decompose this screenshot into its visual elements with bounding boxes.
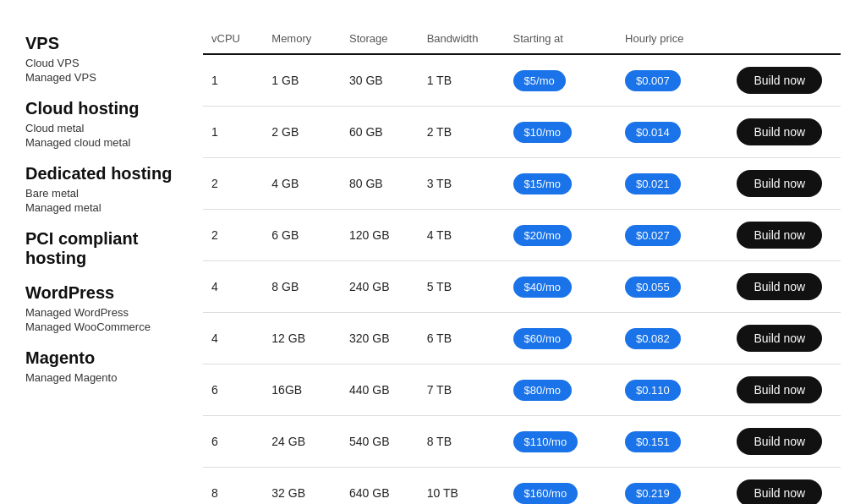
bandwidth-cell-cell: 3 TB [419,158,505,210]
table-row: 26 GB120 GB4 TB$20/mo$0.027Build now [203,210,841,261]
memory-cell-cell: 1 GB [263,54,341,107]
build-now-button[interactable]: Build now [737,325,822,352]
vcpu-cell-cell: 6 [203,364,263,416]
sidebar-link[interactable]: Managed WooCommerce [25,320,178,333]
build-now-button[interactable]: Build now [737,479,822,504]
sidebar-link[interactable]: Managed cloud metal [25,136,178,149]
starting-price-badge: $80/mo [513,380,572,401]
build-now-button-cell[interactable]: Build now [728,158,841,210]
vcpu-cell-cell: 2 [203,158,263,210]
storage-cell-cell: 240 GB [341,261,419,313]
sidebar-link[interactable]: Managed VPS [25,71,178,84]
table-row: 48 GB240 GB5 TB$40/mo$0.055Build now [203,261,841,313]
build-now-button[interactable]: Build now [737,170,822,197]
memory-cell-cell: 12 GB [263,313,341,364]
starting-price-badge-cell: $60/mo [505,313,617,364]
memory-cell-cell: 16GB [263,364,341,416]
main-content: vCPUMemoryStorageBandwidthStarting atHou… [195,17,866,504]
sidebar-heading: Cloud hosting [25,99,178,118]
build-now-button[interactable]: Build now [737,67,822,94]
build-now-button-cell[interactable]: Build now [728,468,841,505]
table-row: 412 GB320 GB6 TB$60/mo$0.082Build now [203,313,841,364]
table-header-cell: Bandwidth [419,25,505,54]
sidebar-section: PCI compliant hosting [25,229,178,268]
sidebar-section: Cloud hostingCloud metalManaged cloud me… [25,99,178,149]
bandwidth-cell-cell: 2 TB [419,107,505,158]
memory-cell-cell: 8 GB [263,261,341,313]
starting-price-badge: $5/mo [513,70,566,91]
vcpu-cell-cell: 4 [203,313,263,364]
vcpu-cell-cell: 2 [203,210,263,261]
memory-cell-cell: 24 GB [263,416,341,468]
sidebar-section: WordPressManaged WordPressManaged WooCom… [25,283,178,333]
hourly-price-badge: $0.151 [625,431,681,452]
build-now-button[interactable]: Build now [737,222,822,249]
sidebar-link[interactable]: Managed WordPress [25,306,178,319]
memory-cell-cell: 32 GB [263,468,341,505]
hourly-price-badge-cell: $0.027 [617,210,728,261]
build-now-button-cell[interactable]: Build now [728,261,841,313]
table-row: 24 GB80 GB3 TB$15/mo$0.021Build now [203,158,841,210]
storage-cell-cell: 60 GB [341,107,419,158]
table-header-cell: Memory [263,25,341,54]
build-now-button-cell[interactable]: Build now [728,364,841,416]
build-now-button-cell[interactable]: Build now [728,416,841,468]
vcpu-cell-cell: 1 [203,54,263,107]
table-row: 12 GB60 GB2 TB$10/mo$0.014Build now [203,107,841,158]
hourly-price-badge: $0.219 [625,483,681,504]
build-now-button-cell[interactable]: Build now [728,210,841,261]
table-header-cell: vCPU [203,25,263,54]
sidebar-link[interactable]: Cloud metal [25,122,178,134]
hourly-price-badge: $0.055 [625,277,681,298]
sidebar-heading: WordPress [25,283,178,303]
hourly-price-badge-cell: $0.055 [617,261,728,313]
build-now-button[interactable]: Build now [737,118,822,145]
build-now-button-cell[interactable]: Build now [728,54,841,107]
hourly-price-badge: $0.110 [625,380,681,401]
bandwidth-cell-cell: 4 TB [419,210,505,261]
hourly-price-badge-cell: $0.110 [617,364,728,416]
bandwidth-cell-cell: 7 TB [419,364,505,416]
table-row: 11 GB30 GB1 TB$5/mo$0.007Build now [203,54,841,107]
vcpu-cell-cell: 1 [203,107,263,158]
build-now-button-cell[interactable]: Build now [728,313,841,364]
starting-price-badge-cell: $5/mo [505,54,617,107]
storage-cell-cell: 30 GB [341,54,419,107]
build-now-button[interactable]: Build now [737,273,822,300]
vcpu-cell-cell: 4 [203,261,263,313]
sidebar-section: Dedicated hostingBare metalManaged metal [25,164,178,214]
storage-cell-cell: 640 GB [341,468,419,505]
hourly-price-badge: $0.027 [625,225,681,246]
sidebar-heading: PCI compliant hosting [25,229,178,268]
hourly-price-badge-cell: $0.219 [617,468,728,505]
sidebar-link[interactable]: Cloud VPS [25,57,178,69]
table-header-cell: Hourly price [617,25,728,54]
sidebar: VPSCloud VPSManaged VPSCloud hostingClou… [0,17,195,504]
hourly-price-badge: $0.014 [625,122,681,143]
build-now-button[interactable]: Build now [737,428,822,455]
storage-cell-cell: 120 GB [341,210,419,261]
starting-price-badge: $110/mo [513,431,578,452]
vcpu-cell-cell: 8 [203,468,263,505]
sidebar-link[interactable]: Managed Magento [25,371,178,384]
starting-price-badge: $60/mo [513,328,572,349]
bandwidth-cell-cell: 5 TB [419,261,505,313]
starting-price-badge-cell: $80/mo [505,364,617,416]
hourly-price-badge-cell: $0.151 [617,416,728,468]
sidebar-heading: VPS [25,34,178,53]
sidebar-link[interactable]: Managed metal [25,201,178,214]
table-header: vCPUMemoryStorageBandwidthStarting atHou… [203,25,841,54]
memory-cell-cell: 6 GB [263,210,341,261]
bandwidth-cell-cell: 8 TB [419,416,505,468]
storage-cell-cell: 80 GB [341,158,419,210]
sidebar-link[interactable]: Bare metal [25,187,178,200]
memory-cell-cell: 2 GB [263,107,341,158]
storage-cell-cell: 320 GB [341,313,419,364]
table-header-cell: Starting at [505,25,617,54]
build-now-button[interactable]: Build now [737,376,822,403]
sidebar-section: MagentoManaged Magento [25,348,178,384]
starting-price-badge: $20/mo [513,225,572,246]
starting-price-badge-cell: $160/mo [505,468,617,505]
vcpu-cell-cell: 6 [203,416,263,468]
build-now-button-cell[interactable]: Build now [728,107,841,158]
